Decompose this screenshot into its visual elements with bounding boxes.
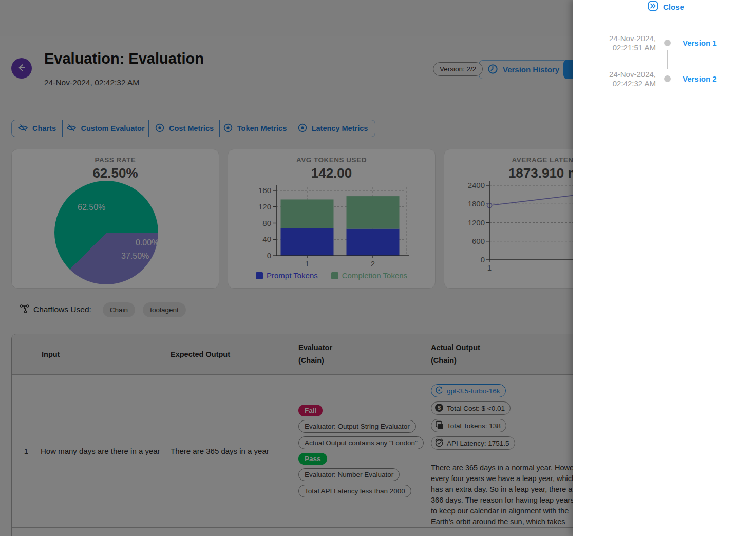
close-label: Close (663, 3, 684, 11)
version-1-link[interactable]: Version 1 (683, 39, 717, 47)
timeline-dot (664, 40, 671, 46)
version-date: 24-Nov-2024, 02:42:32 AM (602, 70, 656, 88)
version-2-link[interactable]: Version 2 (683, 74, 717, 83)
version-date: 24-Nov-2024, 02:21:51 AM (602, 34, 656, 52)
close-drawer-button[interactable]: Close (648, 1, 684, 13)
timeline-dot (664, 75, 671, 82)
version-history-drawer: Close 24-Nov-2024, 02:21:51 AM Version 1… (573, 0, 756, 536)
timeline-connector (667, 50, 668, 69)
double-chevron-right-icon (648, 1, 658, 13)
